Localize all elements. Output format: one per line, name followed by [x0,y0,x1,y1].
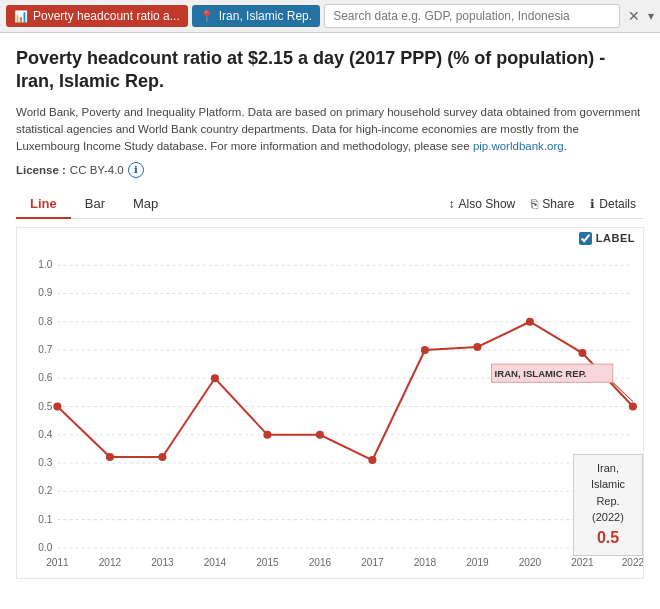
license-line: License : CC BY-4.0 ℹ [16,162,644,178]
svg-text:2021: 2021 [571,557,594,568]
svg-point-35 [106,453,114,461]
svg-text:0.7: 0.7 [38,344,52,355]
svg-point-40 [368,456,376,464]
also-show-button[interactable]: ↕ Also Show [441,193,524,215]
share-icon: ⎘ [531,197,538,211]
svg-text:0.9: 0.9 [38,287,52,298]
svg-point-41 [421,345,429,353]
also-show-label: Also Show [459,197,516,211]
line-chart-svg: 1.0 0.9 0.8 0.7 0.6 0.5 0.4 0.3 0.2 0.1 … [17,245,643,578]
svg-point-37 [211,374,219,382]
close-button[interactable]: ✕ [624,6,644,26]
tab-map[interactable]: Map [119,190,172,217]
source-link[interactable]: pip.worldbank.org [473,140,564,152]
svg-text:2016: 2016 [309,557,332,568]
info-icon: ℹ [128,162,144,178]
share-label: Share [542,197,574,211]
label-row: LABEL [17,228,643,245]
svg-text:0.2: 0.2 [38,485,52,496]
svg-point-42 [473,342,481,350]
details-icon: ℹ [590,197,595,211]
svg-point-43 [526,317,534,325]
label-checkbox[interactable] [579,232,592,245]
svg-point-38 [263,430,271,438]
svg-text:2015: 2015 [256,557,279,568]
svg-text:2013: 2013 [151,557,174,568]
svg-point-36 [158,453,166,461]
pin-icon: 📍 [200,10,214,23]
svg-point-44 [578,349,586,357]
license-label: License : [16,164,66,176]
svg-text:2017: 2017 [361,557,384,568]
page-title: Poverty headcount ratio at $2.15 a day (… [16,47,644,94]
svg-text:0.6: 0.6 [38,372,52,383]
tooltip-box: Iran,IslamicRep.(2022) 0.5 [573,454,643,556]
svg-point-39 [316,430,324,438]
description-text: World Bank, Poverty and Inequality Platf… [16,104,644,156]
svg-point-34 [53,402,61,410]
country-tab[interactable]: 📍 Iran, Islamic Rep. [192,5,320,27]
svg-text:2022: 2022 [622,557,643,568]
main-content: Poverty headcount ratio at $2.15 a day (… [0,33,660,579]
details-button[interactable]: ℹ Details [582,193,644,215]
details-label: Details [599,197,636,211]
svg-text:0.3: 0.3 [38,457,52,468]
svg-text:IRAN, ISLAMIC REP.: IRAN, ISLAMIC REP. [495,368,587,379]
share-button[interactable]: ⎘ Share [523,193,582,215]
svg-text:2019: 2019 [466,557,489,568]
also-show-icon: ↕ [449,197,455,211]
svg-text:2018: 2018 [414,557,437,568]
indicator-tab-label: Poverty headcount ratio a... [33,9,180,23]
top-bar: 📊 Poverty headcount ratio a... 📍 Iran, I… [0,0,660,33]
svg-text:2020: 2020 [519,557,542,568]
svg-text:0.8: 0.8 [38,315,52,326]
chart-tabs: Line Bar Map ↕ Also Show ⎘ Share ℹ Detai… [16,190,644,219]
license-text: CC BY-4.0 [70,164,124,176]
chart-container: LABEL 1.0 0.9 0.8 0.7 0.6 0.5 0.4 [16,227,644,579]
indicator-tab[interactable]: 📊 Poverty headcount ratio a... [6,5,188,27]
svg-point-45 [629,402,637,410]
svg-text:2014: 2014 [204,557,227,568]
tab-line[interactable]: Line [16,190,71,219]
svg-text:1.0: 1.0 [38,259,52,270]
chart-icon: 📊 [14,10,28,23]
tooltip-value: 0.5 [582,526,634,550]
tab-bar[interactable]: Bar [71,190,119,217]
svg-text:0.5: 0.5 [38,400,52,411]
svg-text:2011: 2011 [46,557,69,568]
country-tab-label: Iran, Islamic Rep. [219,9,312,23]
svg-text:0.0: 0.0 [38,541,52,552]
svg-text:0.4: 0.4 [38,428,52,439]
svg-text:0.1: 0.1 [38,513,52,524]
svg-text:2012: 2012 [99,557,122,568]
label-toggle-text: LABEL [596,232,635,244]
svg-line-48 [613,382,633,401]
tooltip-country: Iran,IslamicRep.(2022) [582,460,634,526]
search-input[interactable] [324,4,620,28]
chevron-down-icon[interactable]: ▾ [648,9,654,23]
